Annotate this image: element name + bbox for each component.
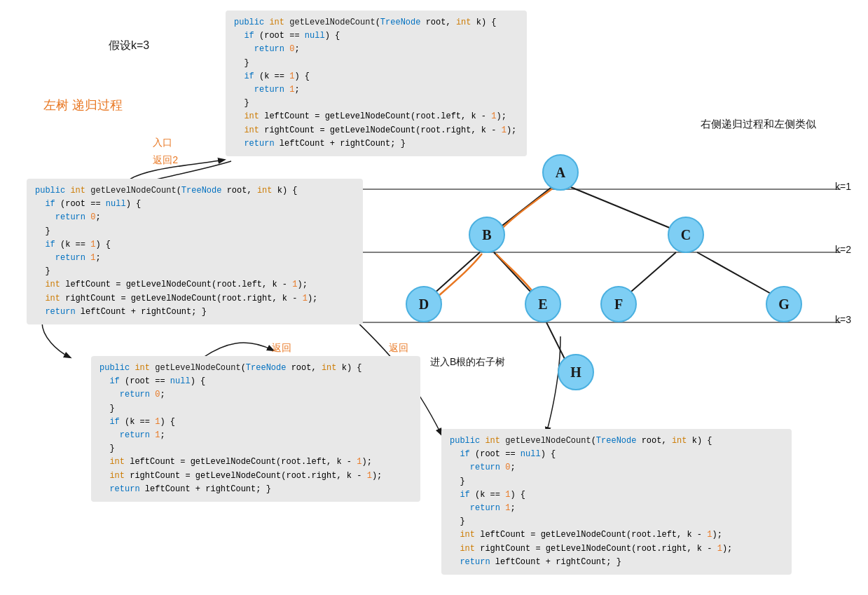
return-label2: 返回 [389,342,408,355]
node-F: F [600,286,637,322]
code-block-bottom-left: public int getLevelNodeCount(TreeNode ro… [91,356,420,502]
assume-k3-label: 假设k=3 [109,39,149,53]
right-similar-label: 右侧递归过程和左侧类似 [701,118,816,131]
enter-right-label: 进入B根的右子树 [430,356,505,369]
node-D: D [406,286,442,322]
entry-label: 入口 [153,137,172,149]
code-block-top: public int getLevelNodeCount(TreeNode ro… [226,11,527,156]
code-block-middle: public int getLevelNodeCount(TreeNode ro… [27,179,363,324]
node-G: G [766,286,802,322]
node-B: B [469,217,505,253]
node-C: C [668,217,704,253]
node-E: E [525,286,561,322]
k3-label: k=3 [835,314,851,325]
return-label1: 返回 [272,342,291,355]
code-block-bottom-right: public int getLevelNodeCount(TreeNode ro… [441,429,792,575]
node-A: A [542,154,579,191]
return2-label: 返回2 [153,154,178,167]
left-tree-label: 左树 递归过程 [43,97,123,114]
k1-label: k=1 [835,181,851,192]
k2-label: k=2 [835,244,851,255]
node-H: H [558,354,594,390]
